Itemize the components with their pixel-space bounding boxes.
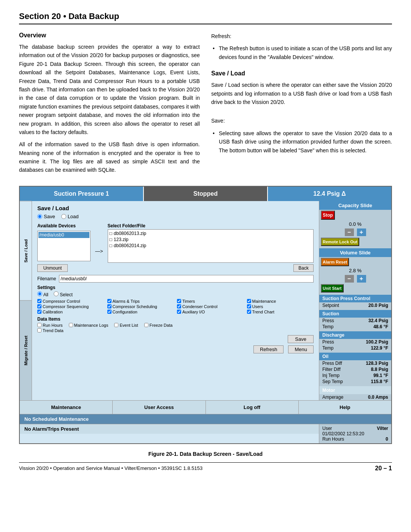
checkbox-auxiliary-io[interactable]: Auxiliary I/O bbox=[177, 310, 244, 314]
bottom-bar: Maintenance User Access Log off Help bbox=[20, 400, 391, 414]
overview-para1: The database backup screen provides the … bbox=[19, 43, 200, 136]
folder-item-2[interactable]: db08062014.zip bbox=[109, 243, 312, 249]
figure-caption: Figure 20-1. Data Backup Screen - Save/L… bbox=[19, 451, 392, 457]
checkbox-configuration[interactable]: Configuration bbox=[107, 310, 174, 314]
discharge-temp-row: Temp 122.9 °F bbox=[319, 345, 391, 351]
suction-label: Suction Pressure 1 bbox=[20, 187, 143, 201]
folder-icon-0 bbox=[110, 231, 112, 236]
suction-temp-value: 48.6 °F bbox=[373, 324, 388, 329]
center-content: Save / Load Save Load Available Devices … bbox=[32, 201, 319, 400]
settings-select-radio[interactable] bbox=[54, 291, 59, 296]
radio-load-label[interactable]: Load bbox=[61, 214, 79, 219]
device-item[interactable]: /media/usb0 bbox=[38, 232, 89, 238]
capacity-plus[interactable]: + bbox=[357, 228, 366, 236]
discharge-press-value: 100.2 Psig bbox=[366, 339, 388, 345]
motor-amperage-row: Amperage 0.0 Amps bbox=[319, 394, 391, 400]
user-row: User Vilter bbox=[322, 426, 388, 431]
volume-plus[interactable]: + bbox=[357, 275, 366, 283]
radio-load[interactable] bbox=[61, 214, 66, 219]
capacity-value: 0.0 % bbox=[319, 220, 391, 228]
checkbox-trend-chart[interactable]: Trend Chart bbox=[247, 310, 314, 314]
oil-sep-temp-row: Sep Temp 115.8 °F bbox=[319, 379, 391, 385]
data-items-row1: Run Hours Maintenance Logs Event List Fr… bbox=[37, 323, 314, 328]
motor-title: Motor bbox=[319, 386, 391, 394]
volume-value: 2.8 % bbox=[319, 267, 391, 274]
folder-icon-2 bbox=[110, 243, 112, 248]
run-hours-row: Run Hours 0 bbox=[322, 436, 388, 442]
refresh-label: Refresh: bbox=[211, 32, 392, 40]
pressure-label: 12.4 Psig Δ bbox=[268, 187, 391, 201]
log-off-button[interactable]: Log off bbox=[206, 401, 299, 414]
save-button[interactable]: Save bbox=[288, 335, 314, 343]
suction-press-label: Press bbox=[322, 318, 334, 323]
col-left: Overview The database backup screen prov… bbox=[19, 32, 200, 178]
oil-inj-temp-label: Inj Temp bbox=[322, 373, 339, 378]
radio-save-label[interactable]: Save bbox=[37, 214, 55, 219]
filename-input[interactable] bbox=[59, 275, 314, 283]
folder-list[interactable]: db08062013.zip 123.zip db08062014.zip bbox=[108, 229, 314, 263]
oil-inj-temp-value: 99.1 °F bbox=[373, 373, 388, 378]
data-items-row2: Trend Data bbox=[37, 328, 314, 333]
sidebar-tab-save-load[interactable]: Save / Load bbox=[20, 201, 32, 301]
settings-label: Settings bbox=[37, 285, 314, 290]
checkbox-maintenance[interactable]: Maintenance bbox=[247, 299, 314, 304]
checkbox-condenser-control[interactable]: Condenser Control bbox=[177, 304, 244, 309]
checkbox-maintenance-logs[interactable]: Maintenance Logs bbox=[69, 323, 108, 328]
footer-left-col: No Alarm/Trips Present bbox=[20, 424, 319, 443]
oil-sep-temp-value: 115.8 °F bbox=[371, 379, 389, 384]
checkbox-alarms-trips[interactable]: Alarms & Trips bbox=[107, 299, 174, 304]
user-access-button[interactable]: User Access bbox=[113, 401, 206, 414]
back-button[interactable]: Back bbox=[293, 264, 314, 272]
menu-button[interactable]: Menu bbox=[288, 345, 314, 353]
refresh-menu-row: Refresh Menu bbox=[37, 345, 314, 353]
capacity-minus[interactable]: − bbox=[345, 228, 354, 236]
maintenance-status: No Scheduled Maintenance bbox=[20, 414, 391, 424]
run-hours-value: 0 bbox=[386, 436, 388, 442]
alarm-reset-button[interactable]: Alarm Reset bbox=[321, 258, 349, 266]
help-button[interactable]: Help bbox=[299, 401, 391, 414]
save-load-heading: Save / Load bbox=[211, 70, 392, 77]
page-number: 20 – 1 bbox=[375, 465, 392, 472]
checkbox-timers[interactable]: Timers bbox=[177, 299, 244, 304]
settings-select-text: Select bbox=[60, 292, 72, 297]
motor-amperage-label: Amperage bbox=[322, 395, 343, 400]
device-list[interactable]: /media/usb0 bbox=[37, 231, 91, 261]
checkbox-trend-data[interactable]: Trend Data bbox=[37, 328, 64, 333]
volume-minus[interactable]: − bbox=[345, 275, 354, 283]
checkbox-freeze-data[interactable]: Freeze Data bbox=[144, 323, 173, 328]
setpoint-row: Setpoint 20.0 Psig bbox=[319, 302, 391, 308]
stop-button[interactable]: Stop bbox=[321, 211, 335, 220]
doc-footer: Vission 20/20 • Operation and Service Ma… bbox=[19, 462, 392, 472]
sidebar-tab-migrate-reset[interactable]: Migrate / Reset bbox=[20, 300, 32, 400]
checkbox-compressor-scheduling[interactable]: Compressor Scheduling bbox=[107, 304, 174, 309]
overview-heading: Overview bbox=[19, 32, 200, 39]
unmount-button[interactable]: Unmount bbox=[37, 264, 68, 272]
radio-save[interactable] bbox=[37, 214, 42, 219]
refresh-bullet: The Refresh button is used to initiate a… bbox=[211, 44, 392, 61]
footer-text: Vission 20/20 • Operation and Service Ma… bbox=[19, 465, 202, 471]
suction-press-value: 32.4 Psig bbox=[368, 318, 388, 323]
refresh-button[interactable]: Refresh bbox=[253, 345, 284, 353]
filename-label: Filename bbox=[37, 276, 56, 281]
footer-user-info: User Vilter 01/02/2002 12:53:20 Run Hour… bbox=[319, 424, 391, 443]
checkbox-compressor-sequencing[interactable]: Compressor Sequencing bbox=[37, 304, 104, 309]
remote-lockout-button[interactable]: Remote Lock Out bbox=[321, 238, 359, 246]
save-load-section-title: Save / Load bbox=[37, 205, 314, 211]
checkbox-run-hours[interactable]: Run Hours bbox=[37, 323, 63, 328]
unit-start-button[interactable]: Unit Start bbox=[321, 284, 344, 292]
checkbox-users[interactable]: Users bbox=[247, 304, 314, 309]
settings-select-label[interactable]: Select bbox=[54, 291, 73, 297]
checkbox-compressor-control[interactable]: Compressor Control bbox=[37, 299, 104, 304]
settings-all-radio[interactable] bbox=[37, 291, 42, 296]
folder-item-0[interactable]: db08062013.zip bbox=[109, 230, 312, 236]
data-items-label: Data Items bbox=[37, 316, 314, 322]
discharge-title: Discharge bbox=[319, 331, 391, 339]
settings-all-text: All bbox=[43, 292, 48, 297]
folder-item-1[interactable]: 123.zip bbox=[109, 236, 312, 243]
checkbox-calibration[interactable]: Calibration bbox=[37, 310, 104, 314]
settings-all-label[interactable]: All bbox=[37, 291, 48, 297]
capacity-title: Capacity Slide bbox=[319, 201, 391, 210]
oil-title: Oil bbox=[319, 353, 391, 360]
checkbox-event-list[interactable]: Event List bbox=[114, 323, 138, 328]
maintenance-button[interactable]: Maintenance bbox=[20, 401, 113, 414]
